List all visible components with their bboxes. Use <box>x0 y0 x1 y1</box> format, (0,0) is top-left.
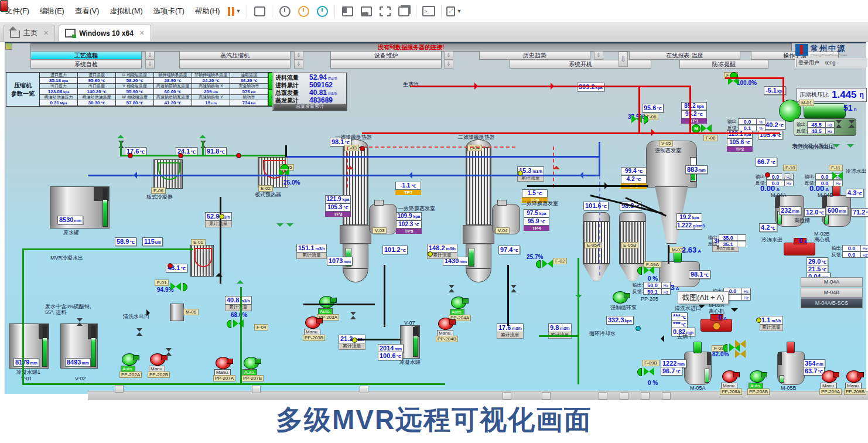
manual-valve[interactable] <box>136 328 143 336</box>
toolbar-mini-button[interactable] <box>599 392 607 400</box>
evaporator-column-e04[interactable] <box>466 139 491 282</box>
toolbar-mini-button[interactable] <box>641 392 650 400</box>
valve-F-11[interactable] <box>832 172 843 180</box>
output-feedback-box: 输出:0.0%反馈:0.1% <box>724 118 766 131</box>
manual-valve[interactable] <box>849 120 855 128</box>
show-thumbnail-icon[interactable] <box>358 4 374 19</box>
pipe-line <box>507 265 509 326</box>
flow-arrow <box>216 273 223 277</box>
company-name-en: ChangZhouZhongYuan <box>811 53 847 57</box>
menu-item-帮助(H)[interactable]: 帮助(H) <box>190 4 225 19</box>
menu-item-虚拟机(M)[interactable]: 虚拟机(M) <box>104 4 148 19</box>
pump-PP-204A[interactable]: Auto.PP-204A <box>451 295 469 309</box>
manual-valve[interactable] <box>166 348 172 356</box>
measurement-group-TP5: 109.9 kpa102.3 ℃TP5 <box>396 212 422 234</box>
toolbar-mini-button[interactable] <box>360 386 368 393</box>
nav-arrow-icon: ⇩ <box>145 60 155 69</box>
nav-button-blank[interactable] <box>179 60 291 69</box>
compressor-table-side-label: 压缩机参数一览 <box>6 73 40 106</box>
pump-PP-209A[interactable]: Manu.PP-209A <box>822 369 839 383</box>
flow-totalizer: 151.1 m3/h累计流量 <box>296 244 327 259</box>
expand-icon[interactable]: ⤢▼ <box>446 4 462 19</box>
valve-F-04[interactable] <box>233 319 244 328</box>
pump-PP-202A[interactable]: Auto.PP-202A <box>122 352 139 366</box>
manual-valve[interactable] <box>511 285 517 292</box>
tab-home[interactable]: 主页 ✕ <box>4 25 55 41</box>
pump-PP-203B[interactable]: Manu.PP-203B <box>305 315 323 329</box>
suspend-icon[interactable]: ▼ <box>226 4 242 19</box>
menu-item-查看(V)[interactable]: 查看(V) <box>70 4 105 19</box>
nav-button-防冻提醒[interactable]: 防冻提醒 <box>679 60 768 69</box>
toolbar-mini-button[interactable] <box>542 392 551 400</box>
toolbar-mini-button[interactable] <box>620 392 628 400</box>
equipment-button-M-04A/B-SCS[interactable]: M-04A/B-SCS <box>801 298 863 308</box>
revert-snapshot-icon[interactable] <box>295 4 312 19</box>
manual-valve[interactable] <box>836 120 842 128</box>
toolbar-mini-button[interactable] <box>662 392 671 400</box>
text-label: 板式冷凝器 <box>146 194 173 200</box>
manual-valve[interactable] <box>77 318 83 326</box>
close-tab-icon[interactable]: ✕ <box>43 29 49 37</box>
console-icon[interactable]: >_ <box>421 4 437 19</box>
param-header: 稀油站供油压力 <box>40 95 77 100</box>
pump-PP-207B[interactable]: Auto.PP-207B <box>244 355 261 369</box>
agitator-m05b[interactable] <box>787 342 795 353</box>
manual-valve[interactable] <box>449 285 455 292</box>
pump-PP-207A[interactable]: Manu.PP-207A <box>216 355 233 369</box>
nav-button-在线报表-温度[interactable]: 在线报表-温度 <box>629 51 740 60</box>
valve-F-09B[interactable] <box>644 367 654 376</box>
toolbar-mini-button[interactable] <box>115 385 124 393</box>
close-tab-icon[interactable]: ✕ <box>139 29 145 37</box>
equipment-button-M-04B[interactable]: M-04B <box>801 288 863 298</box>
snapshot-manager-icon[interactable] <box>314 4 330 19</box>
valve-F-09A[interactable] <box>644 266 654 274</box>
pump-PP-203A[interactable]: Auto.PP-203A <box>319 294 337 308</box>
valve-F-06-M[interactable]: M <box>701 124 712 132</box>
condensate-tank-v07[interactable] <box>400 325 420 359</box>
nav-button-蒸汽压缩机[interactable]: 蒸汽压缩机 <box>179 51 291 60</box>
vessel-m06[interactable] <box>170 304 184 321</box>
valve-F-01[interactable] <box>170 282 181 291</box>
valve-F-02[interactable] <box>542 260 553 268</box>
pipe-line <box>287 156 599 158</box>
feed-totals-panel: 进料流量52.94m3/h进料累计509162总蒸发量40.81m3/h蒸发累计… <box>272 72 347 111</box>
toolbar-mini-button[interactable] <box>252 386 261 393</box>
tank-m05b[interactable] <box>777 352 805 385</box>
nav-button-系统自检[interactable]: 系统自检 <box>30 60 142 69</box>
manual-valve[interactable] <box>350 312 357 319</box>
pump-PP-208A[interactable]: Manu.PP-208A <box>722 369 740 383</box>
pump-PP-204B[interactable]: Manu.PP-204B <box>438 316 456 330</box>
centrifuge-m02a[interactable] <box>700 319 732 332</box>
fullscreen-icon[interactable] <box>377 4 393 19</box>
take-snapshot-icon[interactable] <box>276 4 293 19</box>
menu-item-编辑(E)[interactable]: 编辑(E) <box>35 4 70 19</box>
valve-yv-2[interactable] <box>735 350 746 358</box>
pump-pp-205[interactable] <box>613 289 630 304</box>
nav-button-blank[interactable] <box>330 60 442 69</box>
agitator-m05a[interactable] <box>693 342 702 353</box>
valve-F-06[interactable] <box>631 115 642 123</box>
flow-totalizer: 1.1 m3/h累计流量 <box>760 316 783 331</box>
nav-button-系统开机[interactable]: 系统开机 <box>510 60 651 69</box>
pump-PP-209B[interactable]: Manu.PP-209B <box>846 369 864 383</box>
valve-yv-1[interactable] <box>735 340 746 348</box>
nav-button-工艺流程[interactable]: 工艺流程 <box>30 51 142 60</box>
plate-condenser-e06[interactable] <box>153 159 183 189</box>
heat-exchanger-e01[interactable] <box>190 245 214 277</box>
pump-PP-208B[interactable]: Auto.PP-208B <box>750 369 767 383</box>
nav-button-历史趋势[interactable]: 历史趋势 <box>479 51 590 60</box>
nav-arrow-icon: ⇩ <box>444 60 453 69</box>
agitator-m04a[interactable] <box>0 0 8 12</box>
ratio-value: 1.445 <box>832 89 857 101</box>
tank-m05a[interactable] <box>684 352 712 385</box>
equipment-button-M-04A[interactable]: M-04A <box>801 277 863 287</box>
send-ctrl-alt-del-icon[interactable]: ↓ <box>251 4 268 19</box>
tab-vm-windows10[interactable]: Windows 10 x64 ✕ <box>59 25 151 41</box>
unity-icon[interactable] <box>395 4 412 19</box>
toolbar-mini-button[interactable] <box>503 392 511 400</box>
show-library-icon[interactable] <box>339 4 356 19</box>
valve-F-10[interactable] <box>782 172 792 180</box>
pump-PP-202B[interactable]: Manu.PP-202B <box>150 352 168 366</box>
menu-item-选项卡(T)[interactable]: 选项卡(T) <box>148 4 190 19</box>
nav-button-设备维护[interactable]: 设备维护 <box>330 51 442 60</box>
